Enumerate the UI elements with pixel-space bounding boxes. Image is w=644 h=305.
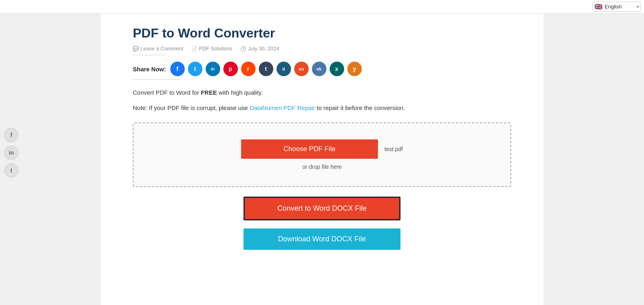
page-title: PDF to Word Converter [133, 26, 511, 41]
share-facebook[interactable]: f [170, 62, 185, 76]
share-stumbleupon[interactable]: su [294, 62, 309, 76]
description-bold: FREE [201, 89, 217, 96]
share-reddit[interactable]: r [241, 62, 256, 76]
left-social-linkedin[interactable]: in [4, 145, 19, 160]
chevron-down-icon: ▾ [637, 4, 639, 9]
share-divider [133, 79, 181, 80]
left-social-twitter[interactable]: t [4, 163, 19, 178]
convert-button[interactable]: Convert to Word DOCX File [244, 197, 400, 220]
meta-divider [133, 55, 165, 55]
share-tumblr[interactable]: t [259, 62, 273, 76]
meta-comment: 💬 Leave a Comment [133, 46, 183, 52]
language-label: English [605, 4, 622, 10]
share-yummly[interactable]: y [347, 62, 362, 76]
datanumen-link[interactable]: DataNumen PDF Repair [250, 104, 315, 111]
meta-comment-label: Leave a Comment [140, 46, 183, 52]
share-xing[interactable]: x [330, 62, 344, 76]
download-button[interactable]: Download Word DOCX File [244, 228, 400, 250]
share-section: Share Now: f t in p r t d su vk x y [133, 62, 511, 76]
comment-icon: 💬 [133, 46, 139, 52]
language-selector[interactable]: 🇬🇧 English ▾ [592, 2, 641, 12]
share-linkedin[interactable]: in [206, 62, 220, 76]
share-vk[interactable]: vk [312, 62, 326, 76]
share-digg[interactable]: d [277, 62, 291, 76]
left-social-facebook[interactable]: f [4, 128, 19, 142]
share-pinterest[interactable]: p [223, 62, 238, 76]
note-suffix: to repair it before the conversion. [315, 104, 405, 111]
clock-icon: 🕐 [240, 46, 246, 52]
file-name-display: test.pdf [384, 146, 403, 152]
share-twitter[interactable]: t [188, 62, 202, 76]
meta-info: 💬 Leave a Comment 📄 PDF Solutions 🕐 July… [133, 46, 511, 52]
meta-date: 🕐 July 30, 2024 [240, 46, 279, 52]
note-prefix: Note: If your PDF file is corrupt, pleas… [133, 104, 250, 111]
left-social-bar: f in t [4, 128, 19, 178]
note-text: Note: If your PDF file is corrupt, pleas… [133, 103, 511, 113]
file-icon: 📄 [191, 46, 197, 52]
description-text: Convert PDF to Word for FREE with high q… [133, 88, 511, 98]
language-bar: 🇬🇧 English ▾ [0, 0, 644, 14]
upload-row: Choose PDF File test.pdf [241, 139, 403, 159]
main-content: PDF to Word Converter 💬 Leave a Comment … [101, 14, 543, 305]
share-label: Share Now: [133, 66, 166, 73]
choose-file-button[interactable]: Choose PDF File [241, 139, 378, 159]
meta-date-label: July 30, 2024 [248, 46, 279, 52]
social-icons-row: f t in p r t d su vk x y [170, 62, 362, 76]
upload-area: Choose PDF File test.pdf or drop file he… [133, 122, 511, 187]
meta-category-label: PDF Solutions [199, 46, 232, 52]
drop-hint: or drop file here [302, 164, 342, 170]
meta-category: 📄 PDF Solutions [191, 46, 232, 52]
